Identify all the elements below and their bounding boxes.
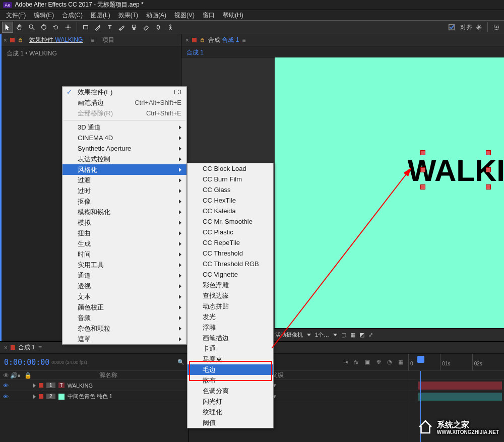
ctx-item[interactable]: 实用工具 bbox=[62, 260, 186, 270]
ctx-item[interactable]: 生成 bbox=[62, 238, 186, 249]
hand-tool[interactable] bbox=[14, 22, 25, 33]
ctx-item[interactable]: 杂色和颗粒 bbox=[62, 323, 186, 334]
ctx-item[interactable]: 透视 bbox=[62, 281, 186, 291]
ctx-item[interactable]: 彩色浮雕 bbox=[187, 280, 273, 290]
ctx-item[interactable]: 颜色校正 bbox=[62, 302, 186, 312]
expand-arrow-icon[interactable] bbox=[33, 395, 36, 399]
menu-item[interactable]: 文件(F) bbox=[2, 10, 30, 21]
panel-menu-icon[interactable]: × bbox=[4, 344, 8, 351]
ctx-item[interactable]: 动态拼贴 bbox=[187, 301, 273, 311]
ctx-item[interactable]: 闪光灯 bbox=[187, 396, 273, 407]
snap-extra-icon[interactable] bbox=[473, 22, 484, 33]
ctx-item[interactable]: 画笔描边 bbox=[187, 333, 273, 343]
panel-menu-icon[interactable]: × bbox=[185, 37, 189, 44]
3d-icon[interactable]: ▦ bbox=[397, 358, 405, 366]
ctx-item[interactable]: 马赛克 bbox=[187, 354, 273, 364]
visibility-eye-icon[interactable]: 👁 bbox=[2, 394, 9, 400]
bounding-box-icon[interactable] bbox=[491, 22, 502, 33]
viewer-tab[interactable]: 合成 合成 1 bbox=[208, 36, 239, 44]
ctx-item[interactable]: 毛边 bbox=[187, 364, 273, 375]
ctx-item[interactable]: CC Burn Film bbox=[187, 174, 273, 184]
ctx-item[interactable]: CC RepeTile bbox=[187, 237, 273, 248]
viewer-icon[interactable]: ⤢ bbox=[368, 332, 373, 338]
preview-canvas[interactable]: WALKI bbox=[275, 57, 504, 328]
visibility-eye-icon[interactable]: 👁 bbox=[2, 383, 9, 389]
track-row[interactable] bbox=[408, 391, 504, 402]
ctx-item[interactable]: ✓效果控件(E)F3 bbox=[62, 87, 186, 97]
ctx-item[interactable]: CC Threshold RGB bbox=[187, 259, 273, 269]
eraser-tool[interactable] bbox=[141, 22, 152, 33]
ctx-item[interactable]: 扭曲 bbox=[62, 228, 186, 238]
search-icon[interactable]: 🔍 bbox=[177, 359, 184, 365]
viewer-icon[interactable]: ▦ bbox=[350, 332, 355, 338]
ctx-item[interactable]: 发光 bbox=[187, 311, 273, 322]
roto-tool[interactable] bbox=[153, 22, 164, 33]
expand-arrow-icon[interactable] bbox=[33, 384, 36, 388]
timeline-tab[interactable]: 合成 1 bbox=[18, 343, 35, 352]
orbit-tool[interactable] bbox=[38, 22, 49, 33]
timeline-ruler[interactable]: 0 01s 02s bbox=[408, 354, 504, 371]
selection-handle[interactable] bbox=[420, 184, 425, 190]
collapse-icon[interactable]: ▣ bbox=[363, 358, 371, 366]
menu-item[interactable]: 窗口 bbox=[199, 10, 219, 21]
ctx-item[interactable]: 阈值 bbox=[187, 417, 273, 428]
shy-icon[interactable]: ⇥ bbox=[341, 358, 349, 366]
ctx-item[interactable]: 过时 bbox=[62, 185, 186, 196]
menu-item[interactable]: 视图(V) bbox=[170, 10, 199, 21]
ctx-item[interactable]: 卡通 bbox=[187, 343, 273, 354]
pen-tool[interactable] bbox=[92, 22, 103, 33]
ctx-item[interactable]: 表达式控制 bbox=[62, 154, 186, 164]
panel-menu-eq-icon[interactable]: ≡ bbox=[91, 37, 94, 44]
snapping-checkbox[interactable] bbox=[446, 22, 457, 33]
ctx-item[interactable]: 模拟 bbox=[62, 217, 186, 228]
ctx-item[interactable]: 画笔描边Ctrl+Alt+Shift+E bbox=[62, 97, 186, 108]
text-tool[interactable]: T bbox=[104, 22, 115, 33]
graph-icon[interactable]: ◔ bbox=[386, 358, 394, 366]
clip-walking[interactable] bbox=[418, 382, 502, 390]
ctx-item[interactable]: CC Glass bbox=[187, 184, 273, 195]
tab-effect-controls[interactable]: 效果控件 WALKING bbox=[26, 35, 86, 45]
layer-color-swatch[interactable] bbox=[39, 383, 43, 388]
menu-item[interactable]: 效果(T) bbox=[114, 10, 142, 21]
layer-row[interactable]: 👁1TWALKING bbox=[0, 380, 188, 391]
panel-menu-icon[interactable]: × bbox=[4, 37, 7, 44]
menu-item[interactable]: 编辑(E) bbox=[30, 10, 58, 21]
timecode-display[interactable]: 0:00:00:00 bbox=[4, 358, 49, 367]
viewer-camera[interactable]: 活动摄像机 bbox=[275, 331, 303, 339]
layer-color-swatch[interactable] bbox=[39, 394, 43, 399]
ctx-item[interactable]: 色调分离 bbox=[187, 386, 273, 396]
viewer-icon[interactable]: ◩ bbox=[359, 332, 364, 338]
ctx-item[interactable]: CINEMA 4D bbox=[62, 133, 186, 143]
ctx-item[interactable]: 纹理化 bbox=[187, 407, 273, 417]
ctx-item[interactable]: 浮雕 bbox=[187, 322, 273, 333]
ctx-item[interactable]: 过渡 bbox=[62, 175, 186, 185]
ctx-item[interactable]: Synthetic Aperture bbox=[62, 143, 186, 154]
ctx-item[interactable]: 模糊和锐化 bbox=[62, 207, 186, 217]
playhead-icon[interactable] bbox=[417, 356, 424, 363]
anchor-tool[interactable] bbox=[62, 22, 74, 33]
ctx-item[interactable]: 风格化 bbox=[62, 164, 186, 175]
ctx-item[interactable]: 文本 bbox=[62, 291, 186, 302]
panel-menu-eq-icon[interactable]: ≡ bbox=[242, 37, 245, 44]
ctx-item[interactable]: CC Block Load bbox=[187, 163, 273, 174]
selection-handle[interactable] bbox=[420, 167, 425, 172]
panel-menu-eq-icon[interactable]: ≡ bbox=[38, 344, 42, 351]
ctx-item[interactable]: CC HexTile bbox=[187, 195, 273, 206]
clone-tool[interactable] bbox=[129, 22, 140, 33]
viewer-icon[interactable]: ▢ bbox=[341, 332, 346, 338]
rotate-tool[interactable] bbox=[50, 22, 61, 33]
fx-icon[interactable]: fx bbox=[352, 358, 360, 366]
ctx-item[interactable]: 通道 bbox=[62, 270, 186, 281]
selection-tool[interactable] bbox=[2, 22, 13, 33]
ctx-item[interactable]: CC Threshold bbox=[187, 248, 273, 259]
ctx-item[interactable]: 音频 bbox=[62, 312, 186, 323]
ctx-item[interactable]: 时间 bbox=[62, 249, 186, 260]
layer-row[interactable]: 👁2中间色青色 纯色 1 bbox=[0, 391, 188, 402]
ctx-item[interactable]: 遮罩 bbox=[62, 334, 186, 344]
tab-project[interactable]: 项目 bbox=[99, 35, 117, 45]
ctx-item[interactable]: 散布 bbox=[187, 375, 273, 386]
track-row[interactable] bbox=[408, 380, 504, 391]
ctx-item[interactable]: 全部移除(R)Ctrl+Shift+E bbox=[62, 108, 186, 118]
menu-item[interactable]: 动画(A) bbox=[142, 10, 170, 21]
selection-handle[interactable] bbox=[486, 184, 491, 190]
